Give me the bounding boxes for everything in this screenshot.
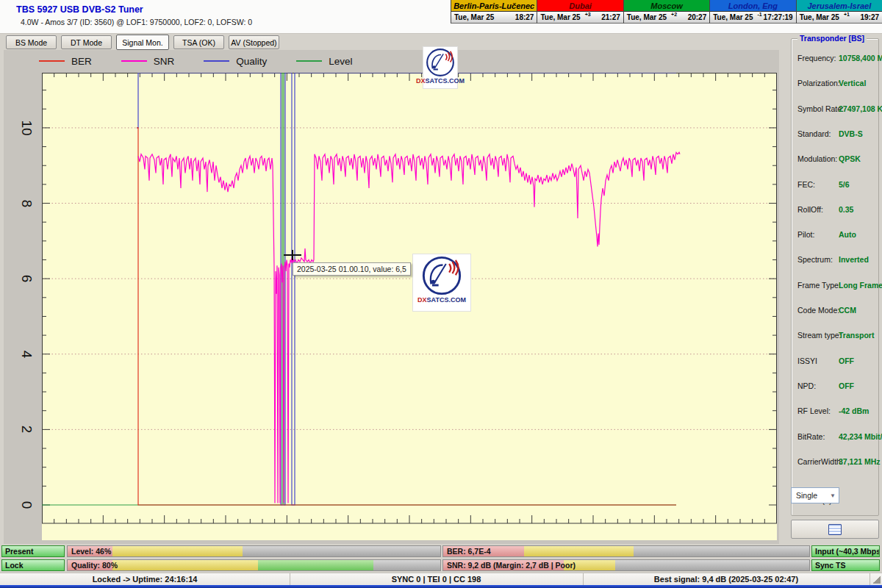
tab-av-stopped-[interactable]: AV (Stopped) [229, 35, 279, 49]
watermark-text: DXSATCS.COM [417, 297, 466, 304]
indicator-lock: Lock [1, 559, 65, 571]
clock-city-label: Dubai [537, 0, 623, 12]
transponder-row: Stream type:Transport [797, 331, 874, 340]
clock-time-display: Tue, Mar 25+119:27 [797, 12, 882, 23]
tab-signal-mon-[interactable]: Signal Mon. [116, 35, 169, 50]
y-axis-tick-label: 4 [18, 340, 35, 368]
y-axis-tick-label: 10 [18, 114, 35, 142]
clock-widget: Berlin-Paris-LučenecTue, Mar 2518:27 [451, 0, 537, 24]
clock-time-display: Tue, Mar 25+220:27 [624, 12, 709, 23]
watermark-text: DXSATCS.COM [416, 78, 465, 85]
indicator-input-40-3-mbps-: Input (~40,3 Mbps) [811, 545, 880, 557]
clock-time: 18:27 [515, 13, 534, 21]
tab-tsa-ok-[interactable]: TSA (OK) [173, 35, 224, 49]
legend-line-swatch [39, 60, 65, 62]
progress-bar-label: Level: 46% [71, 547, 111, 556]
transponder-row: Spectrum:Inverted [797, 255, 874, 264]
world-clocks: Berlin-Paris-LučenecTue, Mar 2518:27Duba… [451, 0, 882, 24]
transponder-row-label: Pilot: [797, 230, 814, 239]
progress-bar: Level: 46% [67, 545, 441, 557]
clock-city-label: Berlin-Paris-Lučenec [451, 0, 537, 12]
resize-grip[interactable] [872, 576, 881, 584]
progress-bar-label: BER: 6,7E-4 [447, 547, 491, 556]
transponder-row-label: Symbol Rate: [797, 104, 844, 113]
crosshair-icon [292, 250, 293, 260]
series-level [42, 73, 676, 505]
legend-label: BER [71, 56, 92, 67]
mis-selected-value: Single [796, 491, 817, 500]
transponder-row: Pilot:Auto [797, 230, 874, 239]
transponder-row-label: Frequency: [797, 54, 836, 62]
transponder-row-label: Modulation: [797, 154, 837, 163]
transponder-row-value: Transport [839, 331, 874, 340]
progress-bar: BER: 6,7E-4 [442, 545, 810, 557]
legend-label: SNR [154, 56, 175, 67]
status-section: SYNC 0 | TEI 0 | CC 198 [290, 573, 584, 585]
status-section: Locked -> Uptime: 24:16:14 [0, 573, 290, 585]
tab-dt-mode[interactable]: DT Mode [61, 35, 112, 49]
transponder-row-value: 0.35 [839, 205, 853, 214]
transponder-row-value: -42 dBm [839, 406, 869, 415]
transponder-groupbox: Transponder [BS] Frequency:10758,400 MHz… [791, 38, 879, 516]
series-snr [138, 152, 680, 503]
clock-widget: DubaiTue, Mar 25+321:27 [537, 0, 623, 24]
clock-widget: MoscowTue, Mar 25+220:27 [623, 0, 709, 24]
transponder-row-value: QPSK [839, 154, 861, 163]
satellite-dish-icon [425, 47, 456, 78]
clock-time-display: Tue, Mar 25-117:27:19 [710, 12, 795, 23]
clock-date: Tue, Mar 25 [627, 13, 667, 21]
watermark-rest: SATCS.COM [427, 296, 466, 304]
clock-city-label: Moscow [624, 0, 709, 12]
signal-chart-plot[interactable]: 2025-03-25 01.00.10, value: 6,5 [42, 73, 777, 540]
save-icon [828, 524, 842, 535]
satellite-dish-icon [420, 254, 463, 297]
mis-dropdown[interactable]: Single ▼ [791, 487, 839, 503]
y-axis-tick-label: 2 [18, 415, 35, 443]
transponder-row: BitRate:42,234 Mbit/s [797, 432, 874, 441]
status-bar: Locked -> Uptime: 24:16:14SYNC 0 | TEI 0… [0, 573, 882, 586]
transponder-row-label: RollOff: [797, 205, 823, 214]
clock-widget: Jerusalem-IsraelTue, Mar 25+119:27 [796, 0, 882, 24]
progress-bar: SNR: 9,2 dB (Margin: 2,7 dB | Poor) [442, 559, 810, 571]
clock-utc-offset: +2 [671, 12, 677, 17]
watermark-rest: SATCS.COM [426, 77, 465, 85]
transponder-row: RollOff:0.35 [797, 205, 874, 214]
clock-date: Tue, Mar 25 [454, 13, 494, 21]
indicator-present: Present [1, 545, 65, 557]
progress-bar-label: SNR: 9,2 dB (Margin: 2,7 dB | Poor) [447, 561, 576, 570]
transponder-row: NPD:OFF [797, 381, 874, 390]
save-chart-button[interactable] [791, 520, 879, 539]
progress-segment-green [258, 560, 373, 570]
transponder-row: Standard:DVB-S [797, 129, 874, 138]
clock-city-label: Jerusalem-Israel [797, 0, 882, 12]
tab-bar: BS ModeDT ModeSignal Mon.TSA (OK)AV (Sto… [6, 35, 279, 50]
tab-bs-mode[interactable]: BS Mode [6, 35, 57, 49]
signal-bars-row-2: LockQuality: 80%SNR: 9,2 dB (Margin: 2,7… [0, 559, 882, 571]
chevron-down-icon: ▼ [830, 492, 839, 499]
transponder-groupbox-title: Transponder [BS] [797, 34, 867, 43]
transponder-row-label: CarrierWidth: [797, 457, 843, 466]
clock-time-display: Tue, Mar 2518:27 [451, 12, 537, 23]
transponder-row: Polarization:Vertical [797, 79, 874, 87]
y-axis-tick-label: 8 [18, 190, 35, 218]
app-title: TBS 5927 USB DVB-S2 Tuner [16, 4, 143, 15]
legend-line-swatch [121, 60, 147, 62]
taskbar-edge [0, 585, 882, 588]
transponder-row-value: OFF [839, 381, 854, 390]
transponder-row-value: 5/6 [839, 180, 850, 189]
transponder-row-value: Vertical [839, 79, 866, 87]
transponder-row-label: RF Level: [797, 406, 831, 415]
transponder-row: Frequency:10758,400 MHz [797, 54, 874, 62]
legend-item-snr: SNR [121, 56, 175, 67]
signal-chart-svg [42, 73, 777, 540]
legend-item-level: Level [296, 56, 352, 67]
transponder-row: Symbol Rate:27497,108 KS/s [797, 104, 874, 113]
progress-segment-yellow [524, 546, 634, 556]
chart-legend: BERSNRQualityLevel [39, 50, 353, 72]
series-ber [137, 128, 676, 505]
y-axis-tick-label: 6 [18, 265, 35, 293]
transponder-sidebar: Transponder [BS] Frequency:10758,400 MHz… [782, 33, 882, 588]
signal-bars-row-1: PresentLevel: 46%BER: 6,7E-4Input (~40,3… [0, 545, 882, 557]
transponder-row-label: Stream type: [797, 331, 842, 340]
transponder-row: Modulation:QPSK [797, 154, 874, 163]
